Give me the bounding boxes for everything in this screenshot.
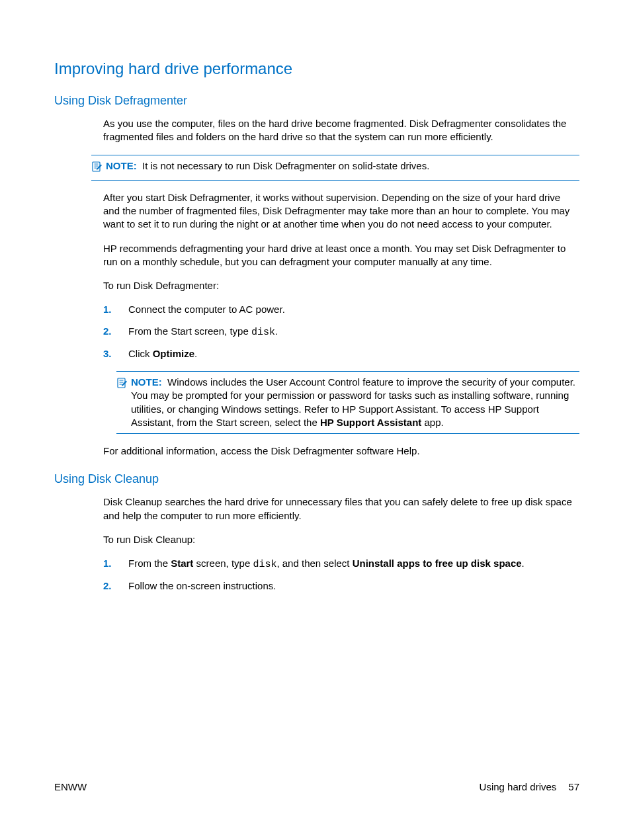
paragraph: To run Disk Defragmenter: — [103, 279, 579, 292]
page-footer: ENWW Using hard drives 57 — [54, 781, 579, 792]
step-text: screen, type — [193, 558, 253, 569]
step-text: From the — [128, 558, 171, 569]
step-text: From the Start screen, type — [128, 325, 251, 337]
paragraph: As you use the computer, files on the ha… — [103, 117, 579, 144]
step-text: . — [275, 325, 278, 337]
document-page: Improving hard drive performance Using D… — [0, 0, 631, 593]
footer-section-label: Using hard drives — [480, 781, 557, 792]
step-text: . — [194, 348, 197, 359]
ordered-steps: From the Start screen, type disk, and th… — [103, 557, 579, 593]
note-label: NOTE: — [131, 376, 162, 388]
bold-text: Start — [171, 558, 193, 569]
note-content: NOTE: Windows includes the User Account … — [131, 376, 579, 429]
note-box: NOTE: Windows includes the User Account … — [116, 371, 579, 434]
note-box: NOTE: It is not necessary to run Disk De… — [91, 155, 579, 181]
section-body-cleanup: Disk Cleanup searches the hard drive for… — [103, 495, 579, 593]
footer-left: ENWW — [54, 781, 87, 792]
step-item: Connect the computer to AC power. — [128, 303, 579, 316]
section-heading-cleanup: Using Disk Cleanup — [54, 472, 579, 486]
bold-text: Uninstall apps to free up disk space — [353, 558, 522, 569]
section-body-defragmenter-end: For additional information, access the D… — [103, 444, 579, 458]
bold-text: Optimize — [153, 348, 194, 359]
step-text: , and then select — [276, 558, 352, 569]
paragraph: After you start Disk Defragmenter, it wo… — [103, 191, 579, 231]
step-item: From the Start screen, type disk. — [128, 325, 579, 339]
code-text: disk — [251, 327, 275, 338]
step-item: Click Optimize. — [128, 347, 579, 360]
ordered-steps: Connect the computer to AC power. From t… — [103, 303, 579, 360]
paragraph: To run Disk Cleanup: — [103, 533, 579, 546]
note-icon — [91, 161, 103, 176]
section-heading-defragmenter: Using Disk Defragmenter — [54, 94, 579, 108]
note-text: app. — [421, 417, 443, 428]
footer-right: Using hard drives 57 — [480, 781, 579, 792]
note-text: It is not necessary to run Disk Defragme… — [142, 160, 429, 171]
section-body-defragmenter: As you use the computer, files on the ha… — [103, 117, 579, 144]
footer-page-number: 57 — [568, 781, 579, 792]
note-content: NOTE: It is not necessary to run Disk De… — [106, 159, 579, 173]
step-text: Click — [128, 348, 153, 359]
paragraph: Disk Cleanup searches the hard drive for… — [103, 495, 579, 523]
section-body-defragmenter-cont: After you start Disk Defragmenter, it wo… — [103, 191, 579, 360]
bold-text: HP Support Assistant — [320, 417, 421, 428]
step-item: Follow the on-screen instructions. — [128, 579, 579, 593]
note-icon — [116, 377, 128, 392]
step-item: From the Start screen, type disk, and th… — [128, 557, 579, 571]
note-label: NOTE: — [106, 160, 137, 171]
page-title: Improving hard drive performance — [54, 60, 579, 78]
step-text: . — [522, 558, 525, 569]
code-text: disk — [253, 559, 276, 570]
paragraph: For additional information, access the D… — [103, 444, 579, 458]
paragraph: HP recommends defragmenting your hard dr… — [103, 242, 579, 269]
